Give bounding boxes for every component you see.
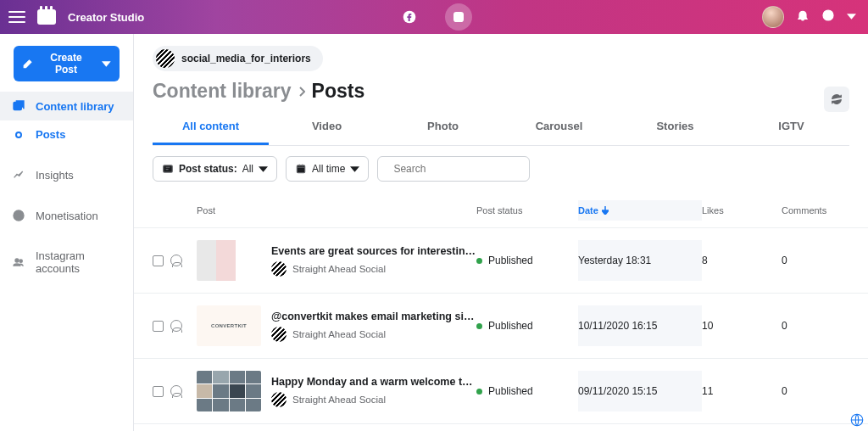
instagram-icon[interactable]: [445, 3, 472, 31]
col-likes: Likes: [702, 205, 782, 216]
table-row[interactable]: Happy Monday and a warm welcome to all n…: [134, 358, 868, 423]
post-status-label: Post status:: [179, 163, 237, 175]
tab-stories[interactable]: Stories: [617, 111, 733, 145]
col-post: Post: [197, 205, 476, 216]
notifications-icon[interactable]: [796, 8, 810, 25]
svg-rect-12: [297, 165, 304, 173]
account-handle: social_media_for_interiors: [181, 53, 311, 64]
row-checkbox[interactable]: [153, 321, 164, 332]
date-cell: Yesterday 18:31: [578, 240, 702, 281]
post-title: Events are great sources for interesting…: [271, 245, 476, 257]
sidebar-item-label: Monetisation: [36, 210, 98, 222]
creator-studio-logo: [37, 9, 56, 25]
page-avatar: [271, 327, 287, 342]
sidebar: Create Post Content library Posts Insigh…: [0, 34, 134, 431]
post-type-icon: [170, 320, 182, 332]
tab-carousel[interactable]: Carousel: [501, 111, 617, 145]
col-comments: Comments: [782, 205, 858, 216]
page-name: Straight Ahead Social: [292, 329, 386, 339]
account-avatar: [156, 49, 175, 68]
comments-cell: 0: [782, 385, 858, 397]
post-status-value: All: [242, 163, 253, 175]
post-title: Happy Monday and a warm welcome to all n…: [271, 376, 476, 388]
caret-down-icon: [350, 165, 359, 174]
avatar[interactable]: [762, 6, 784, 28]
library-icon: [12, 99, 25, 113]
row-checkbox[interactable]: [153, 386, 164, 397]
breadcrumb: Content library Posts: [153, 80, 849, 103]
account-chip[interactable]: social_media_for_interiors: [153, 46, 323, 71]
row-checkbox[interactable]: [153, 255, 164, 266]
post-type-icon: [170, 255, 182, 266]
page-avatar: [271, 261, 287, 277]
status-text: Published: [488, 385, 533, 397]
sidebar-item-monetisation[interactable]: Monetisation: [0, 201, 133, 230]
svg-point-2: [457, 15, 461, 20]
refresh-button[interactable]: [824, 87, 849, 112]
time-filter-label: All time: [312, 163, 345, 175]
sidebar-item-label: Posts: [36, 128, 65, 141]
status-dot: [476, 389, 482, 395]
breadcrumb-parent[interactable]: Content library: [153, 80, 292, 103]
post-type-icon: [170, 385, 182, 397]
status-dot: [476, 258, 482, 264]
search-input[interactable]: [393, 163, 520, 175]
caret-down-icon: [259, 165, 268, 174]
globe-icon[interactable]: [849, 412, 865, 428]
content-tabs: All content Video Photo Carousel Stories…: [153, 111, 849, 146]
table-row[interactable]: Events are great sources for interesting…: [134, 227, 868, 293]
likes-cell: 8: [702, 255, 782, 266]
post-status-filter[interactable]: Post status: All: [153, 156, 277, 182]
help-icon[interactable]: [821, 8, 835, 25]
account-menu-caret[interactable]: [847, 9, 856, 25]
table-header: Post Post status Date Likes Comments: [134, 192, 868, 227]
search-box[interactable]: [377, 156, 530, 182]
status-text: Published: [488, 320, 533, 332]
post-thumbnail: [197, 371, 261, 411]
table-row[interactable]: @convertkit makes email marketing simple…: [134, 293, 868, 358]
accounts-icon: [12, 255, 25, 269]
svg-point-9: [15, 259, 19, 262]
likes-cell: 10: [702, 320, 782, 332]
facebook-icon[interactable]: [396, 3, 423, 31]
status-dot: [476, 323, 482, 329]
table-row[interactable]: Happy Moodboard Friday!… Straight Ahead …: [134, 423, 868, 431]
main-content: social_media_for_interiors Content libra…: [134, 34, 868, 431]
monetisation-icon: [12, 209, 25, 222]
chevron-right-icon: [298, 87, 305, 97]
col-date[interactable]: Date: [578, 200, 702, 221]
likes-cell: 11: [702, 385, 782, 397]
app-title: Creator Studio: [68, 11, 144, 24]
comments-cell: 0: [782, 255, 858, 266]
date-cell: 10/11/2020 16:15: [578, 305, 702, 346]
sidebar-item-instagram-accounts[interactable]: Instagram accounts: [0, 242, 133, 283]
svg-point-10: [19, 260, 22, 262]
filter-bar: Post status: All All time: [153, 156, 849, 182]
create-post-button[interactable]: Create Post: [14, 46, 120, 81]
calendar-icon: [295, 163, 307, 175]
sidebar-item-insights[interactable]: Insights: [0, 160, 133, 189]
create-post-label: Create Post: [39, 52, 94, 76]
menu-icon[interactable]: [8, 11, 25, 23]
time-filter[interactable]: All time: [286, 156, 369, 182]
top-bar: Creator Studio: [0, 0, 868, 34]
sidebar-item-posts[interactable]: Posts: [0, 120, 133, 148]
page-name: Straight Ahead Social: [292, 264, 386, 274]
date-cell: 09/11/2020 15:15: [578, 371, 702, 411]
insights-icon: [12, 168, 25, 182]
tab-photo[interactable]: Photo: [385, 111, 501, 145]
page-avatar: [271, 392, 287, 407]
post-thumbnail: [197, 305, 261, 346]
sidebar-item-content-library[interactable]: Content library: [0, 92, 133, 120]
breadcrumb-current: Posts: [312, 80, 365, 103]
filter-icon: [162, 163, 174, 175]
svg-point-5: [827, 17, 828, 18]
tab-igtv[interactable]: IGTV: [733, 111, 849, 145]
tab-video[interactable]: Video: [269, 111, 385, 145]
sidebar-item-label: Instagram accounts: [36, 249, 121, 275]
bullet-icon: [12, 132, 25, 138]
tab-all-content[interactable]: All content: [153, 111, 269, 145]
comments-cell: 0: [782, 320, 858, 332]
status-text: Published: [488, 255, 533, 266]
sidebar-item-label: Insights: [36, 169, 74, 182]
